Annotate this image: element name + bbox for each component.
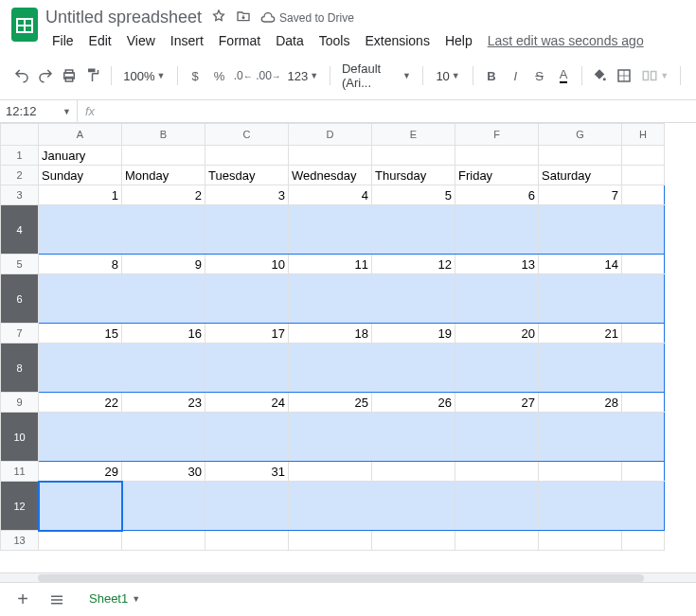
cell[interactable]: Tuesday (205, 166, 289, 185)
cell[interactable]: 11 (289, 255, 372, 274)
cell[interactable]: 4 (289, 185, 372, 205)
sheet-tab[interactable]: Sheet1▼ (80, 586, 150, 613)
cell[interactable] (455, 343, 539, 393)
cell[interactable] (39, 531, 122, 551)
increase-decimal-icon[interactable]: .00→ (257, 64, 279, 87)
cell[interactable] (539, 462, 622, 482)
cell[interactable]: 22 (39, 393, 122, 413)
cell[interactable] (622, 393, 665, 413)
text-color-icon[interactable]: A (553, 64, 573, 87)
col-header-e[interactable]: E (372, 124, 455, 146)
menu-edit[interactable]: Edit (82, 29, 118, 52)
cell[interactable]: 21 (539, 324, 622, 343)
strike-icon[interactable]: S (529, 64, 549, 87)
paint-format-icon[interactable] (83, 64, 103, 87)
row-header[interactable]: 3 (1, 185, 39, 205)
row-header[interactable]: 13 (1, 531, 39, 551)
cell[interactable] (622, 146, 665, 166)
cell[interactable]: 16 (122, 324, 205, 343)
scrollbar-thumb[interactable] (38, 574, 644, 582)
cell[interactable]: 9 (122, 255, 205, 274)
cell[interactable] (39, 413, 122, 462)
row-header[interactable]: 8 (1, 343, 39, 393)
cell[interactable]: Monday (122, 166, 205, 185)
cell[interactable]: Wednesday (289, 166, 372, 185)
col-header-d[interactable]: D (289, 124, 372, 146)
move-icon[interactable] (236, 9, 251, 26)
cell[interactable] (372, 413, 455, 462)
cell[interactable] (39, 274, 122, 324)
cell[interactable] (122, 205, 205, 255)
cell[interactable] (289, 205, 372, 255)
cell[interactable] (205, 482, 289, 531)
cell[interactable] (622, 343, 665, 393)
cell[interactable] (539, 413, 622, 462)
menu-extensions[interactable]: Extensions (358, 29, 436, 52)
cell[interactable]: 27 (455, 393, 539, 413)
cell[interactable]: 20 (455, 324, 539, 343)
cell[interactable] (622, 185, 665, 205)
cell[interactable] (372, 205, 455, 255)
font-dropdown[interactable]: Default (Ari...▼ (338, 60, 415, 92)
menu-help[interactable]: Help (438, 29, 479, 52)
horizontal-scrollbar[interactable] (0, 572, 696, 582)
fill-color-icon[interactable] (590, 64, 610, 87)
cell[interactable] (289, 343, 372, 393)
col-header-g[interactable]: G (539, 124, 622, 146)
cell[interactable] (372, 146, 455, 166)
cell[interactable]: 23 (122, 393, 205, 413)
cell[interactable] (455, 205, 539, 255)
menu-insert[interactable]: Insert (164, 29, 210, 52)
currency-icon[interactable]: $ (185, 64, 205, 87)
cell[interactable]: 15 (39, 324, 122, 343)
row-header[interactable]: 11 (1, 462, 39, 482)
cell[interactable]: 10 (205, 255, 289, 274)
cell[interactable] (539, 274, 622, 324)
cell[interactable] (289, 482, 372, 531)
saved-badge[interactable]: Saved to Drive (260, 10, 354, 26)
cell[interactable]: 18 (289, 324, 372, 343)
row-header[interactable]: 12 (1, 482, 39, 531)
merge-dropdown[interactable]: ▼ (637, 65, 672, 86)
cell[interactable]: 12 (372, 255, 455, 274)
row-header[interactable]: 1 (1, 146, 39, 166)
cell[interactable]: 31 (205, 462, 289, 482)
cell[interactable] (122, 343, 205, 393)
row-header[interactable]: 4 (1, 205, 39, 255)
cell[interactable] (372, 274, 455, 324)
col-header-h[interactable]: H (622, 124, 665, 146)
cell[interactable]: 26 (372, 393, 455, 413)
cell[interactable] (622, 482, 665, 531)
cell[interactable] (622, 531, 665, 551)
cell[interactable] (455, 531, 539, 551)
cell[interactable] (122, 274, 205, 324)
cell[interactable]: 17 (205, 324, 289, 343)
cell[interactable] (455, 413, 539, 462)
menu-format[interactable]: Format (212, 29, 267, 52)
italic-icon[interactable]: I (506, 64, 526, 87)
redo-icon[interactable] (35, 64, 55, 87)
bold-icon[interactable]: B (481, 64, 501, 87)
cell[interactable] (122, 482, 205, 531)
cell[interactable]: 19 (372, 324, 455, 343)
star-icon[interactable] (211, 9, 226, 26)
cell[interactable]: January (39, 146, 122, 166)
cell[interactable] (455, 146, 539, 166)
borders-icon[interactable] (614, 64, 634, 87)
cell[interactable] (122, 531, 205, 551)
cell[interactable] (205, 146, 289, 166)
menu-view[interactable]: View (120, 29, 162, 52)
select-all-corner[interactable] (1, 124, 39, 146)
cell[interactable] (622, 462, 665, 482)
name-box[interactable]: 12:12▼ (0, 100, 78, 122)
cell[interactable]: 28 (539, 393, 622, 413)
cell[interactable] (205, 274, 289, 324)
cell[interactable]: 7 (539, 185, 622, 205)
cell[interactable] (539, 205, 622, 255)
formula-bar[interactable] (102, 100, 696, 122)
row-header[interactable]: 9 (1, 393, 39, 413)
cell[interactable] (622, 255, 665, 274)
cell-active[interactable] (39, 482, 122, 531)
cell[interactable] (205, 205, 289, 255)
all-sheets-icon[interactable] (45, 589, 68, 611)
